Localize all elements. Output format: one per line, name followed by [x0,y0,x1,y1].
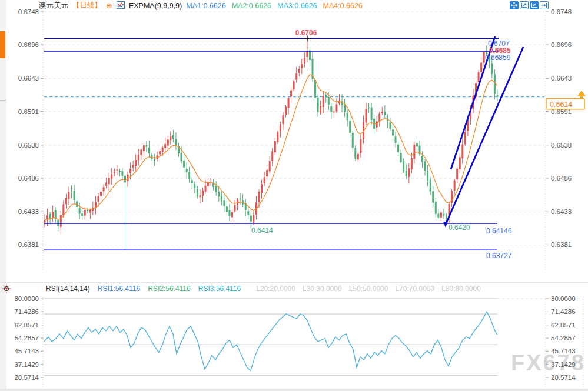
rsi-line [44,312,497,370]
fit-scale-icon[interactable] [520,1,529,9]
legend-item: L20:20.0000 [256,285,295,293]
trend-channel [443,36,523,228]
svg-text:0.6643: 0.6643 [18,75,39,82]
svg-text:45.7143: 45.7143 [551,347,576,355]
ma-values: MA1:0.6626MA2:0.6626MA3:0.6626MA4:0.6626 [186,2,368,10]
indicator-label[interactable]: EXPMA(9,9,9,9) [129,2,182,10]
legend-item: L30:30.0000 [303,285,342,293]
trading-chart-app: 澳元美元 【日线】 ⊕ EXPMA(9,9,9,9) MA1:0.6626MA2… [0,0,588,391]
svg-text:0.66859: 0.66859 [485,54,511,62]
svg-text:0.6538: 0.6538 [18,142,39,149]
legend-item: RSI3:56.4116 [198,285,241,293]
svg-text:80.0000: 80.0000 [14,295,39,302]
legend-item: MA3:0.6626 [277,2,317,10]
svg-text:0.6433: 0.6433 [551,208,572,215]
svg-text:0.6614: 0.6614 [550,101,572,109]
svg-text:0.64146: 0.64146 [486,227,512,235]
rsi-title[interactable]: RSI(14,14,14) [46,285,90,293]
collapse-panel-icon[interactable] [540,1,549,9]
legend-item: MA2:0.6626 [232,2,271,10]
svg-text:28.5714: 28.5714 [551,374,576,381]
legend-item: MA4:0.6626 [323,2,363,10]
current-price-tag: 0.6614 [546,91,586,109]
candles [44,38,499,250]
svg-text:28.5714: 28.5714 [14,374,39,381]
svg-text:54.2857: 54.2857 [14,335,39,342]
svg-text:71.4286: 71.4286 [14,308,39,315]
candle-chart-icon[interactable] [117,1,125,11]
legend-item: RSI1:56.4116 [98,285,141,293]
svg-text:37.1429: 37.1429 [551,361,576,368]
svg-text:0.6486: 0.6486 [18,175,39,182]
svg-text:0.63727: 0.63727 [486,252,512,260]
expma-line [45,75,497,220]
timeframe-label[interactable]: 【日线】 [72,1,102,11]
svg-text:71.4286: 71.4286 [551,308,576,315]
legend-item: L50:50.0000 [349,285,388,293]
chart-canvas[interactable]: 0.67480.67480.66960.66960.66430.66430.65… [0,0,588,391]
chart-toolbar [510,1,550,9]
svg-text:0.6643: 0.6643 [551,75,572,82]
rsi-level-labels: L20:20.0000L30:30.0000L50:50.0000L70:70.… [256,285,488,293]
rsi-grid: 80.000080.000071.428671.428662.857162.85… [14,295,583,387]
svg-text:0.6414: 0.6414 [251,226,273,235]
level-lines [44,38,499,250]
axis-scale-icon[interactable] [530,1,539,9]
pan-icon[interactable] [510,1,519,9]
svg-text:0.6591: 0.6591 [18,108,39,115]
svg-text:0.6538: 0.6538 [551,142,572,149]
svg-text:0.6486: 0.6486 [551,175,572,182]
svg-text:37.1429: 37.1429 [14,361,39,368]
add-indicator-icon[interactable]: ⊕ [106,1,112,10]
svg-text:0.6748: 0.6748 [18,8,39,15]
rsi-header: RSI(14,14,14) RSI1:56.4116RSI2:56.4116RS… [46,285,496,293]
legend-item: RSI2:56.4116 [148,285,191,293]
svg-text:62.8571: 62.8571 [14,322,39,329]
main-chart-header: 澳元美元 【日线】 ⊕ EXPMA(9,9,9,9) MA1:0.6626MA2… [39,1,373,11]
svg-text:0.6433: 0.6433 [18,208,39,215]
svg-text:0.6696: 0.6696 [18,41,39,48]
svg-text:54.2857: 54.2857 [551,335,576,342]
price-annotations: 0.67060.67070.66850.668590.64140.64200.6… [251,29,512,260]
rsi-values: RSI1:56.4116RSI2:56.4116RSI3:56.4116 [98,285,249,293]
svg-text:0.6696: 0.6696 [551,41,572,48]
symbol-name: 澳元美元 [39,1,68,11]
svg-text:80.0000: 80.0000 [551,295,576,302]
svg-text:62.8571: 62.8571 [551,322,576,329]
svg-text:0.6381: 0.6381 [18,241,39,248]
legend-item: L80:80.0000 [441,285,481,293]
svg-text:0.6381: 0.6381 [551,241,572,248]
svg-text:0.6748: 0.6748 [551,8,572,15]
legend-item: L70:70.0000 [395,285,434,293]
rsi-pane-icon[interactable] [1,283,12,294]
svg-text:0.6706: 0.6706 [295,29,317,37]
svg-text:0.6420: 0.6420 [449,223,470,232]
svg-text:45.7143: 45.7143 [14,347,39,355]
legend-item: MA1:0.6626 [186,2,225,10]
